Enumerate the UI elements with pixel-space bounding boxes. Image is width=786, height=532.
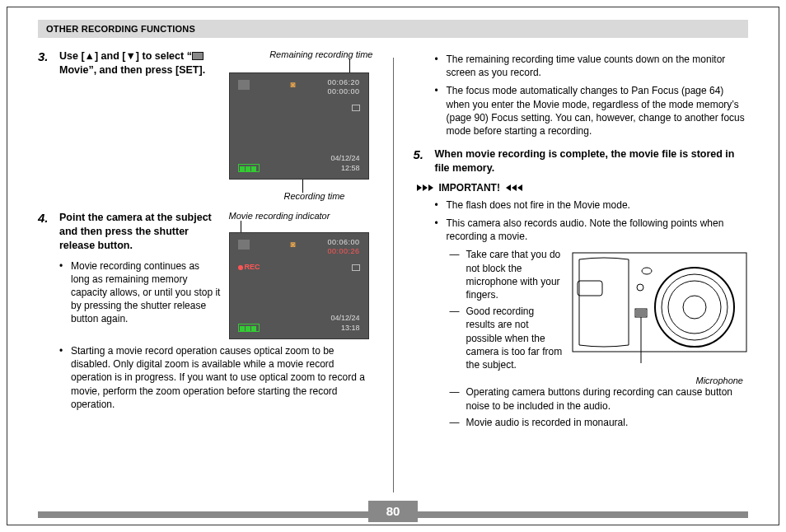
caption-microphone: Microphone bbox=[571, 376, 748, 385]
step-4: 4. Point the camera at the subject and t… bbox=[38, 211, 221, 253]
lcd-times: 00:06:20 00:00:00 bbox=[327, 78, 359, 96]
caption-remaining: Remaining recording time bbox=[229, 49, 373, 59]
battery-icon bbox=[238, 324, 261, 332]
dash-item: — Movie audio is recorded in monaural. bbox=[450, 416, 749, 429]
section-title: OTHER RECORDING FUNCTIONS bbox=[46, 24, 195, 34]
camera-illustration-block: — Take care that you do not block the mi… bbox=[414, 248, 749, 385]
bullet-text: The remaining recording time value count… bbox=[447, 53, 749, 79]
footer-line bbox=[38, 511, 368, 518]
bullet: • The remaining recording time value cou… bbox=[435, 53, 749, 79]
play-icon bbox=[238, 240, 250, 250]
step-5: 5. When movie recording is complete, the… bbox=[414, 147, 749, 175]
lcd-time: 12:58 bbox=[341, 164, 360, 172]
bullet-dot: • bbox=[435, 84, 442, 138]
bullet-dot: • bbox=[59, 259, 66, 326]
step-text: Point the camera at the subject and then… bbox=[59, 211, 221, 253]
remaining-time: 00:06:00 bbox=[327, 238, 359, 247]
bullet-text: Movie recording continues as long as rem… bbox=[71, 259, 221, 326]
dash-text: Movie audio is recorded in monaural. bbox=[466, 416, 629, 429]
dash-icon: — bbox=[450, 305, 461, 371]
movie-mode-indicator-icon: ◙ bbox=[291, 80, 296, 89]
step-3: 3. Use [] and [] to select “ Movie”, and… bbox=[38, 49, 221, 77]
t: Movie”, and then press [SET]. bbox=[59, 64, 205, 76]
callout-line bbox=[229, 221, 373, 232]
lcd-time: 13:18 bbox=[341, 324, 360, 332]
lcd-date: 04/12/24 bbox=[330, 154, 359, 162]
dash-item: — Take care that you do not block the mi… bbox=[450, 248, 565, 301]
bullet-dot: • bbox=[59, 344, 66, 411]
lcd-date: 04/12/24 bbox=[330, 314, 359, 322]
page-footer: 80 bbox=[38, 511, 748, 519]
quality-icon bbox=[352, 264, 360, 271]
quality-icon bbox=[352, 105, 360, 111]
bullet-text: This camera also records audio. Note the… bbox=[447, 217, 749, 243]
caption-recording-time: Recording time bbox=[229, 191, 373, 201]
bullet: • This camera also records audio. Note t… bbox=[435, 217, 749, 243]
page-number: 80 bbox=[368, 501, 418, 522]
bullet: • The focus mode automatically changes t… bbox=[435, 84, 749, 138]
lcd-times: 00:06:00 00:00:26 bbox=[327, 238, 359, 256]
battery-icon bbox=[238, 164, 261, 172]
bullet-text: Starting a movie record operation causes… bbox=[71, 344, 373, 411]
column-divider bbox=[393, 58, 394, 492]
triangle-left-icon bbox=[505, 184, 522, 191]
dash-text: Good recording results are not possible … bbox=[466, 305, 565, 371]
bullet-dot: • bbox=[435, 53, 442, 79]
lcd-screenshot-1: ◙ 00:06:20 00:00:00 04/12/24 12:58 bbox=[229, 72, 369, 180]
important-heading: IMPORTANT! bbox=[417, 182, 749, 194]
dash-icon: — bbox=[450, 248, 461, 301]
lcd-screenshot-2: REC ◙ 00:06:00 00:00:26 04/12/24 13:18 bbox=[229, 232, 369, 339]
step-3-row: 3. Use [] and [] to select “ Movie”, and… bbox=[38, 49, 373, 201]
step-text: When movie recording is complete, the mo… bbox=[435, 147, 749, 175]
bullet: • Starting a movie record operation caus… bbox=[59, 344, 373, 411]
dash-icon: — bbox=[450, 416, 461, 429]
rec-indicator: REC bbox=[238, 263, 260, 271]
bullet-dot: • bbox=[435, 217, 442, 243]
step-number: 3. bbox=[38, 49, 53, 77]
callout-line bbox=[229, 59, 373, 72]
dash-item: — Good recording results are not possibl… bbox=[450, 305, 565, 371]
rec-label: REC bbox=[245, 263, 260, 271]
caption-movie-indicator: Movie recording indicator bbox=[229, 211, 373, 221]
section-header: OTHER RECORDING FUNCTIONS bbox=[38, 20, 748, 38]
callout-line bbox=[229, 180, 373, 191]
rec-dot-icon bbox=[238, 265, 243, 270]
bullet-text: The focus mode automatically changes to … bbox=[447, 84, 749, 138]
movie-mode-icon bbox=[192, 52, 204, 60]
up-arrow-icon bbox=[85, 50, 95, 62]
dash-icon: — bbox=[450, 385, 461, 412]
left-column: 3. Use [] and [] to select “ Movie”, and… bbox=[38, 49, 373, 492]
dash-text: Take care that you do not block the micr… bbox=[466, 248, 565, 301]
step-number: 4. bbox=[38, 211, 53, 253]
t: ] to select “ bbox=[136, 50, 192, 62]
step-4-row: 4. Point the camera at the subject and t… bbox=[38, 211, 373, 339]
step-text: Use [] and [] to select “ Movie”, and th… bbox=[59, 49, 221, 77]
elapsed-time: 00:00:00 bbox=[327, 87, 359, 96]
movie-mode-indicator-icon: ◙ bbox=[291, 240, 296, 249]
bullet: • Movie recording continues as long as r… bbox=[59, 259, 221, 326]
important-label: IMPORTANT! bbox=[439, 182, 500, 194]
footer-line bbox=[418, 511, 748, 518]
dash-item: — Operating camera buttons during record… bbox=[450, 385, 749, 412]
elapsed-time: 00:00:26 bbox=[327, 247, 359, 256]
bullet-text: The flash does not fire in the Movie mod… bbox=[447, 198, 630, 212]
step-number: 5. bbox=[414, 147, 428, 175]
down-arrow-icon bbox=[125, 50, 135, 62]
remaining-time: 00:06:20 bbox=[327, 78, 359, 87]
play-icon bbox=[238, 80, 250, 90]
content-area: 3. Use [] and [] to select “ Movie”, and… bbox=[38, 49, 748, 492]
right-column: • The remaining recording time value cou… bbox=[414, 49, 749, 492]
bullet-dot: • bbox=[435, 198, 442, 212]
t: ] and [ bbox=[95, 50, 126, 62]
bullet: • The flash does not fire in the Movie m… bbox=[435, 198, 749, 212]
t: Use [ bbox=[59, 50, 85, 62]
dash-text: Operating camera buttons during recordin… bbox=[466, 385, 749, 412]
triangle-right-icon bbox=[417, 184, 434, 191]
camera-illustration: Microphone bbox=[571, 248, 748, 385]
